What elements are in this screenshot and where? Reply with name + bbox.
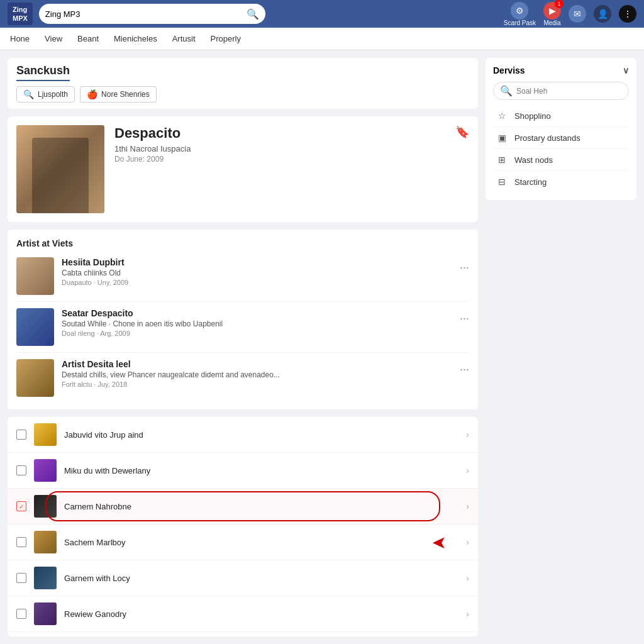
sidebar-card: Derviss ∨ 🔍 ☆ Shopplino ▣ Prostary dusta… xyxy=(486,58,636,200)
tab-ljuspolth[interactable]: 🔍 Ljuspolth xyxy=(16,86,75,103)
search-bar[interactable]: 🔍 xyxy=(39,4,265,24)
nav-media[interactable]: ▶ 1 Media xyxy=(543,2,561,26)
left-content: Sanckush 🔍 Ljuspolth 🍎 Nore Shenries Des… xyxy=(8,58,478,636)
playlist-item[interactable]: Miku du with Dewerlany › xyxy=(8,453,478,489)
playlist-name-4: Sachem Marlboy xyxy=(64,538,466,547)
artist-item[interactable]: Artist Desita leel Destald chills, view … xyxy=(16,353,469,403)
nav-settings[interactable]: ⚙ Scard Pask xyxy=(504,2,536,26)
artist-section-title: Artist at Viets xyxy=(16,236,469,251)
sidebar-title: Derviss xyxy=(493,65,525,75)
sidebar-collapse-icon[interactable]: ∨ xyxy=(623,65,629,75)
page-title: Sanckush xyxy=(16,64,70,81)
sidebar-search-input[interactable] xyxy=(516,87,622,96)
tab-nore[interactable]: 🍎 Nore Shenries xyxy=(80,86,157,103)
playlist-thumb-4 xyxy=(34,531,57,553)
sidebar-item-shopplino[interactable]: ☆ Shopplino xyxy=(493,105,629,127)
playlist-name-2: Miku du with Dewerlany xyxy=(64,466,466,475)
artist-thumb-2 xyxy=(16,308,54,346)
more-icon: ⋮ xyxy=(619,5,636,23)
nav-messages[interactable]: ✉ xyxy=(569,5,586,23)
artist-item[interactable]: Seatar Despacito Soutad While · Chone in… xyxy=(16,302,469,353)
search-icon[interactable]: 🔍 xyxy=(247,8,259,20)
playlist-checkbox-3[interactable] xyxy=(16,501,26,511)
red-arrow-annotation: ➤ xyxy=(432,532,447,553)
sidebar-item-label-wast: Wast nods xyxy=(514,155,553,165)
artist-thumb-3 xyxy=(16,359,54,397)
playlist-arrow-4: › xyxy=(466,537,469,547)
nav-mienicheles[interactable]: Mienicheles xyxy=(114,34,157,43)
sidebar-item-starcting[interactable]: ⊟ Starcting xyxy=(493,171,629,192)
playlist-thumb-1 xyxy=(34,423,57,446)
nav-user[interactable]: 👤 xyxy=(594,5,611,23)
logo[interactable]: Zing MPX xyxy=(8,3,33,26)
album-action-button[interactable]: 🔖 xyxy=(455,125,469,139)
red-arrow-icon: ➤ xyxy=(432,532,447,553)
artist-meta-1: Duapauto · Uny, 2009 xyxy=(62,279,452,286)
playlist-item[interactable]: Sachem Marlboy ➤ › xyxy=(8,525,478,560)
playlist-name-1: Jabuvid vito Jrup aind xyxy=(64,430,466,440)
artist-name-2: Seatar Despacito xyxy=(62,308,452,318)
artist-more-3[interactable]: ··· xyxy=(460,359,469,376)
playlist-thumb-6 xyxy=(34,602,57,625)
nav-artusit[interactable]: Artusit xyxy=(172,34,196,43)
playlist-item[interactable]: Rewiew Ganodry › xyxy=(8,596,478,632)
artist-info-1: Hesiita Dupbirt Cabta chiinks Old Duapau… xyxy=(62,257,452,286)
nav-hone[interactable]: Hone xyxy=(10,34,30,43)
nav-beant[interactable]: Beant xyxy=(77,34,99,43)
playlist-checkbox-5[interactable] xyxy=(16,573,26,583)
sidebar-search[interactable]: 🔍 xyxy=(493,82,629,100)
nav-view[interactable]: View xyxy=(45,34,62,43)
user-label: Scard Pask xyxy=(504,19,536,26)
playlist-arrow-5: › xyxy=(466,573,469,583)
tab-bar: 🔍 Ljuspolth 🍎 Nore Shenries xyxy=(16,86,469,103)
page-header: Sanckush 🔍 Ljuspolth 🍎 Nore Shenries xyxy=(8,58,478,109)
sidebar-item-label-shopplino: Shopplino xyxy=(514,111,551,121)
playlist-checkbox-2[interactable] xyxy=(16,465,26,475)
album-art-image xyxy=(16,125,104,213)
star-icon: ☆ xyxy=(496,109,508,122)
sidebar-item-wast-nods[interactable]: ⊞ Wast nods xyxy=(493,149,629,171)
playlist-item[interactable]: Garnem with Locker › xyxy=(8,632,478,636)
secondary-navigation: Hone View Beant Mienicheles Artusit Prop… xyxy=(0,28,644,50)
search-tab-icon: 🔍 xyxy=(23,89,34,99)
artist-desc-2: Soutad While · Chone in aoen itis wibo U… xyxy=(62,319,452,328)
playlist-item-highlighted[interactable]: Carnem Nahrobne › xyxy=(8,489,478,525)
album-title: Despacito xyxy=(114,125,445,142)
album-card: Despacito 1thi Nacroal Iuspacia Do June:… xyxy=(8,116,478,222)
nav-right: ⚙ Scard Pask ▶ 1 Media ✉ 👤 ⋮ xyxy=(504,2,636,26)
artist-meta-2: Doal rileng · Arg, 2009 xyxy=(62,330,452,337)
playlist-item[interactable]: Garnem with Locy › xyxy=(8,560,478,596)
tab-ljuspolth-label: Ljuspolth xyxy=(38,90,68,99)
album-subtitle: 1thi Nacroal Iuspacia xyxy=(114,144,445,153)
artist-item[interactable]: Hesiita Dupbirt Cabta chiinks Old Duapau… xyxy=(16,251,469,302)
playlist-thumb-2 xyxy=(34,459,57,482)
playlist-name-5: Garnem with Locy xyxy=(64,574,466,583)
list-icon: ⊟ xyxy=(496,175,508,188)
playlist-checkbox-6[interactable] xyxy=(16,609,26,619)
playlist-item[interactable]: Jabuvid vito Jrup aind › xyxy=(8,417,478,453)
top-navigation: Zing MPX 🔍 ⚙ Scard Pask ▶ 1 Media ✉ 👤 ⋮ xyxy=(0,0,644,28)
tablet-icon: ▣ xyxy=(496,131,508,144)
sidebar-search-icon: 🔍 xyxy=(500,85,513,97)
playlist-checkbox-1[interactable] xyxy=(16,430,26,440)
artist-more-1[interactable]: ··· xyxy=(460,257,469,274)
image-icon: ⊞ xyxy=(496,153,508,166)
playlist-checkbox-4[interactable] xyxy=(16,537,26,547)
album-date: Do June: 2009 xyxy=(114,155,445,164)
playlist-name-6: Rewiew Ganodry xyxy=(64,609,466,619)
nav-more[interactable]: ⋮ xyxy=(619,5,636,23)
tab-nore-label: Nore Shenries xyxy=(101,90,150,99)
album-art xyxy=(16,125,104,213)
sidebar-item-prostary[interactable]: ▣ Prostary dustands xyxy=(493,127,629,149)
artist-meta-3: Forlt alctu · Juy, 2018 xyxy=(62,380,452,388)
artist-more-2[interactable]: ··· xyxy=(460,308,469,325)
playlist-arrow-3: › xyxy=(466,501,469,511)
nav-properly[interactable]: Properly xyxy=(211,34,241,43)
media-label: Media xyxy=(543,19,560,26)
playlist-arrow-2: › xyxy=(466,465,469,475)
user-avatar: 👤 xyxy=(594,5,611,23)
artist-info-2: Seatar Despacito Soutad While · Chone in… xyxy=(62,308,452,337)
playlist-name-3: Carnem Nahrobne xyxy=(64,502,466,511)
artist-name-1: Hesiita Dupbirt xyxy=(62,257,452,267)
search-input[interactable] xyxy=(45,9,247,19)
